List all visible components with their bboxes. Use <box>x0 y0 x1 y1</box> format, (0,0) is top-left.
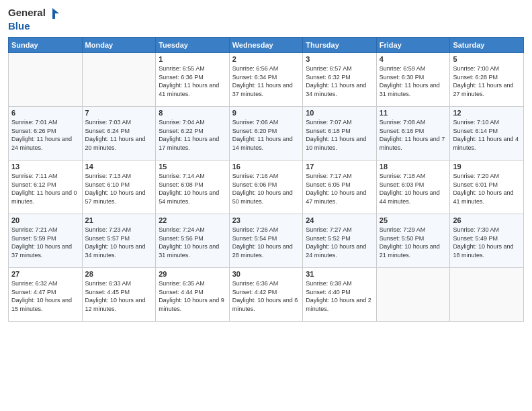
day-info: Sunrise: 7:04 AM Sunset: 6:22 PM Dayligh… <box>159 118 226 152</box>
calendar-cell: 12Sunrise: 7:10 AM Sunset: 6:14 PM Dayli… <box>450 107 524 161</box>
day-number: 4 <box>380 55 447 63</box>
day-number: 25 <box>380 216 447 224</box>
calendar-cell: 20Sunrise: 7:21 AM Sunset: 5:59 PM Dayli… <box>9 214 83 268</box>
calendar-cell: 4Sunrise: 6:59 AM Sunset: 6:30 PM Daylig… <box>376 53 450 107</box>
calendar-cell <box>9 53 83 107</box>
calendar-cell: 26Sunrise: 7:30 AM Sunset: 5:49 PM Dayli… <box>450 214 524 268</box>
day-info: Sunrise: 7:24 AM Sunset: 5:56 PM Dayligh… <box>159 226 226 259</box>
day-info: Sunrise: 7:21 AM Sunset: 5:59 PM Dayligh… <box>11 226 79 259</box>
calendar-cell <box>82 53 156 107</box>
day-info: Sunrise: 7:20 AM Sunset: 6:01 PM Dayligh… <box>453 172 521 205</box>
day-info: Sunrise: 7:27 AM Sunset: 5:52 PM Dayligh… <box>306 226 373 259</box>
column-header-thursday: Thursday <box>303 38 377 53</box>
day-info: Sunrise: 7:16 AM Sunset: 6:06 PM Dayligh… <box>232 172 300 205</box>
day-number: 20 <box>11 216 79 224</box>
day-number: 10 <box>306 109 373 117</box>
day-info: Sunrise: 6:59 AM Sunset: 6:30 PM Dayligh… <box>380 64 447 98</box>
day-info: Sunrise: 6:38 AM Sunset: 4:40 PM Dayligh… <box>306 279 373 313</box>
day-info: Sunrise: 6:55 AM Sunset: 6:36 PM Dayligh… <box>159 64 226 98</box>
day-number: 13 <box>11 163 79 171</box>
calendar-cell: 5Sunrise: 7:00 AM Sunset: 6:28 PM Daylig… <box>450 53 524 107</box>
day-info: Sunrise: 6:57 AM Sunset: 6:32 PM Dayligh… <box>306 64 373 98</box>
day-number: 27 <box>11 270 79 278</box>
svg-marker-0 <box>52 8 59 13</box>
day-info: Sunrise: 7:07 AM Sunset: 6:18 PM Dayligh… <box>306 118 373 152</box>
day-info: Sunrise: 7:18 AM Sunset: 6:03 PM Dayligh… <box>380 172 447 205</box>
calendar-cell: 2Sunrise: 6:56 AM Sunset: 6:34 PM Daylig… <box>229 53 303 107</box>
svg-rect-1 <box>52 13 55 19</box>
calendar-cell: 24Sunrise: 7:27 AM Sunset: 5:52 PM Dayli… <box>303 214 377 268</box>
week-row-2: 6Sunrise: 7:01 AM Sunset: 6:26 PM Daylig… <box>9 107 524 161</box>
calendar-cell: 29Sunrise: 6:35 AM Sunset: 4:44 PM Dayli… <box>156 268 230 322</box>
day-number: 22 <box>159 216 226 224</box>
week-row-5: 27Sunrise: 6:32 AM Sunset: 4:47 PM Dayli… <box>9 268 524 322</box>
calendar-cell: 11Sunrise: 7:08 AM Sunset: 6:16 PM Dayli… <box>376 107 450 161</box>
column-header-tuesday: Tuesday <box>156 38 230 53</box>
day-number: 3 <box>306 55 373 63</box>
column-header-sunday: Sunday <box>9 38 83 53</box>
calendar-header: SundayMondayTuesdayWednesdayThursdayFrid… <box>9 38 524 53</box>
day-number: 26 <box>453 216 521 224</box>
day-info: Sunrise: 7:14 AM Sunset: 6:08 PM Dayligh… <box>159 172 226 205</box>
calendar-cell: 22Sunrise: 7:24 AM Sunset: 5:56 PM Dayli… <box>156 214 230 268</box>
calendar-cell: 1Sunrise: 6:55 AM Sunset: 6:36 PM Daylig… <box>156 53 230 107</box>
day-number: 5 <box>453 55 521 63</box>
day-info: Sunrise: 7:01 AM Sunset: 6:26 PM Dayligh… <box>11 118 79 152</box>
calendar-cell: 25Sunrise: 7:29 AM Sunset: 5:50 PM Dayli… <box>376 214 450 268</box>
column-header-wednesday: Wednesday <box>229 38 303 53</box>
day-info: Sunrise: 6:56 AM Sunset: 6:34 PM Dayligh… <box>232 64 300 98</box>
calendar-cell: 9Sunrise: 7:06 AM Sunset: 6:20 PM Daylig… <box>229 107 303 161</box>
calendar-cell: 28Sunrise: 6:33 AM Sunset: 4:45 PM Dayli… <box>82 268 156 322</box>
day-number: 23 <box>232 216 300 224</box>
week-row-4: 20Sunrise: 7:21 AM Sunset: 5:59 PM Dayli… <box>9 214 524 268</box>
calendar-cell: 14Sunrise: 7:13 AM Sunset: 6:10 PM Dayli… <box>82 161 156 214</box>
calendar-cell: 10Sunrise: 7:07 AM Sunset: 6:18 PM Dayli… <box>303 107 377 161</box>
logo: General Blue <box>8 7 62 32</box>
calendar-cell: 18Sunrise: 7:18 AM Sunset: 6:03 PM Dayli… <box>376 161 450 214</box>
calendar-cell: 30Sunrise: 6:36 AM Sunset: 4:42 PM Dayli… <box>229 268 303 322</box>
day-number: 12 <box>453 109 521 117</box>
day-info: Sunrise: 6:36 AM Sunset: 4:42 PM Dayligh… <box>232 279 300 313</box>
week-row-3: 13Sunrise: 7:11 AM Sunset: 6:12 PM Dayli… <box>9 161 524 214</box>
day-number: 17 <box>306 163 373 171</box>
day-info: Sunrise: 6:32 AM Sunset: 4:47 PM Dayligh… <box>11 279 79 313</box>
calendar-cell: 8Sunrise: 7:04 AM Sunset: 6:22 PM Daylig… <box>156 107 230 161</box>
day-number: 31 <box>306 270 373 278</box>
calendar-cell: 13Sunrise: 7:11 AM Sunset: 6:12 PM Dayli… <box>9 161 83 214</box>
day-info: Sunrise: 7:13 AM Sunset: 6:10 PM Dayligh… <box>85 172 153 205</box>
column-header-saturday: Saturday <box>450 38 524 53</box>
calendar-cell: 21Sunrise: 7:23 AM Sunset: 5:57 PM Dayli… <box>82 214 156 268</box>
day-number: 14 <box>85 163 153 171</box>
calendar-table: SundayMondayTuesdayWednesdayThursdayFrid… <box>8 37 524 322</box>
day-number: 18 <box>380 163 447 171</box>
column-header-friday: Friday <box>376 38 450 53</box>
day-number: 7 <box>85 109 153 117</box>
column-header-monday: Monday <box>82 38 156 53</box>
day-info: Sunrise: 7:06 AM Sunset: 6:20 PM Dayligh… <box>232 118 300 152</box>
day-info: Sunrise: 7:11 AM Sunset: 6:12 PM Dayligh… <box>11 172 79 205</box>
day-info: Sunrise: 7:03 AM Sunset: 6:24 PM Dayligh… <box>85 118 153 152</box>
day-number: 21 <box>85 216 153 224</box>
day-info: Sunrise: 6:35 AM Sunset: 4:44 PM Dayligh… <box>159 279 226 313</box>
day-info: Sunrise: 7:30 AM Sunset: 5:49 PM Dayligh… <box>453 226 521 259</box>
calendar-cell: 19Sunrise: 7:20 AM Sunset: 6:01 PM Dayli… <box>450 161 524 214</box>
calendar-cell: 3Sunrise: 6:57 AM Sunset: 6:32 PM Daylig… <box>303 53 377 107</box>
calendar-cell: 7Sunrise: 7:03 AM Sunset: 6:24 PM Daylig… <box>82 107 156 161</box>
calendar-cell: 15Sunrise: 7:14 AM Sunset: 6:08 PM Dayli… <box>156 161 230 214</box>
day-info: Sunrise: 7:17 AM Sunset: 6:05 PM Dayligh… <box>306 172 373 205</box>
day-info: Sunrise: 7:26 AM Sunset: 5:54 PM Dayligh… <box>232 226 300 259</box>
day-number: 16 <box>232 163 300 171</box>
day-number: 28 <box>85 270 153 278</box>
calendar-cell: 27Sunrise: 6:32 AM Sunset: 4:47 PM Dayli… <box>9 268 83 322</box>
day-number: 8 <box>159 109 226 117</box>
day-number: 30 <box>232 270 300 278</box>
calendar-cell: 31Sunrise: 6:38 AM Sunset: 4:40 PM Dayli… <box>303 268 377 322</box>
day-number: 1 <box>159 55 226 63</box>
day-number: 19 <box>453 163 521 171</box>
calendar-cell: 16Sunrise: 7:16 AM Sunset: 6:06 PM Dayli… <box>229 161 303 214</box>
calendar-cell: 17Sunrise: 7:17 AM Sunset: 6:05 PM Dayli… <box>303 161 377 214</box>
day-number: 6 <box>11 109 79 117</box>
calendar-cell <box>376 268 450 322</box>
day-info: Sunrise: 6:33 AM Sunset: 4:45 PM Dayligh… <box>85 279 153 313</box>
day-number: 29 <box>159 270 226 278</box>
